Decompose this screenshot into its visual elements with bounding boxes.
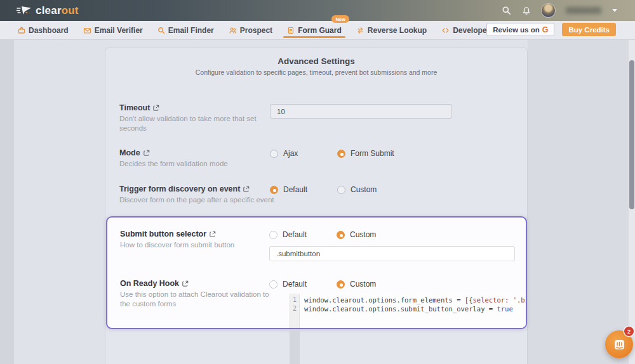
timeout-description: Don't allow validation to take more that… (119, 114, 279, 133)
page-title: Advanced Settings (105, 56, 527, 66)
buy-credits-label: Buy Credits (568, 26, 610, 34)
code-icon (441, 27, 450, 34)
nav-item-prospect[interactable]: Prospect (229, 21, 272, 39)
code-editor-gutter-continued (290, 330, 300, 364)
mode-description: Decides the form validation mode (119, 159, 279, 169)
radio-label: Ajax (283, 149, 298, 158)
nav-item-developer[interactable]: Developer (441, 21, 490, 39)
page-margin-left (0, 40, 14, 364)
app-header: clearout (0, 0, 635, 21)
radio-circle-checked[interactable] (337, 280, 345, 289)
code-line-numbers: 1 2 (289, 294, 300, 329)
nav-label: Email Verifier (95, 26, 143, 35)
radio-label: Default (283, 280, 307, 289)
radio-submit-custom[interactable]: Custom (337, 230, 376, 239)
g2-icon: G (542, 25, 549, 34)
timeout-label: Timeout (119, 103, 159, 112)
radio-circle[interactable] (337, 186, 345, 194)
highlighted-settings-group: Submit button selector How to discover f… (106, 216, 527, 329)
code-editor[interactable]: 1 2 window.clearout.options.form_element… (289, 294, 526, 329)
radio-label: Custom (350, 230, 376, 239)
code-line-2: window.clearout.options.submit_button_ov… (304, 304, 526, 313)
search-icon (157, 27, 165, 34)
review-us-button[interactable]: Review us on G (486, 23, 554, 36)
active-tab-underline (283, 36, 345, 38)
page-margin-right (528, 40, 629, 364)
nav-label: Email Finder (168, 26, 214, 35)
on-ready-hook-label: On Ready Hook (120, 279, 189, 288)
search-icon[interactable] (502, 6, 511, 15)
radio-mode-ajax[interactable]: Ajax (270, 149, 298, 158)
radio-submit-default[interactable]: Default (269, 230, 307, 239)
submit-selector-input[interactable] (269, 246, 515, 261)
nav-label: Prospect (240, 26, 272, 35)
radio-label: Default (283, 185, 307, 194)
radio-circle-checked[interactable] (337, 150, 345, 158)
nav-label: Developer (453, 26, 490, 35)
reverse-arrows-icon (356, 27, 364, 34)
external-link-icon[interactable] (144, 150, 150, 156)
nav-label: Dashboard (29, 26, 69, 35)
external-link-icon[interactable] (210, 231, 216, 237)
external-link-icon[interactable] (182, 280, 189, 287)
trigger-discovery-description: Discover form on the page after a specif… (119, 195, 279, 205)
trigger-discovery-label: Trigger form discovery on event (119, 185, 250, 193)
radio-circle[interactable] (269, 280, 277, 289)
radio-label: Form Submit (351, 149, 394, 158)
radio-trigger-custom[interactable]: Custom (337, 185, 377, 194)
buy-credits-button[interactable]: Buy Credits (562, 23, 616, 36)
brand-logo[interactable]: clearout (17, 4, 79, 17)
brand-name: clearout (36, 4, 79, 17)
page-subtitle: Configure validation to specific pages, … (105, 68, 527, 76)
radio-label: Custom (350, 280, 376, 289)
code-line-1: window.clearout.options.form_elements = … (304, 296, 526, 304)
envelope-icon (83, 27, 91, 34)
avatar[interactable] (542, 4, 555, 17)
bell-icon[interactable] (522, 6, 531, 15)
radio-ready-custom[interactable]: Custom (337, 280, 376, 289)
radio-label: Custom (351, 185, 377, 194)
chevron-down-icon[interactable] (612, 9, 617, 12)
radio-circle-checked[interactable] (270, 186, 278, 194)
mode-label: Mode (119, 148, 150, 157)
new-badge: New (331, 15, 349, 23)
user-name-redacted (566, 7, 601, 14)
radio-mode-form-submit[interactable]: Form Submit (337, 149, 394, 158)
nav-item-email-finder[interactable]: Email Finder (157, 21, 214, 39)
scrollbar-thumb[interactable] (629, 60, 634, 209)
radio-trigger-default[interactable]: Default (270, 185, 307, 194)
chat-unread-badge: 2 (624, 327, 634, 336)
nav-item-dashboard[interactable]: Dashboard (18, 21, 69, 39)
external-link-icon[interactable] (153, 105, 159, 111)
radio-circle[interactable] (269, 231, 277, 239)
external-link-icon[interactable] (243, 186, 250, 192)
nav-item-reverse-lookup[interactable]: Reverse Lookup (356, 21, 427, 39)
submit-selector-description: How to discover form submit button (120, 240, 280, 250)
briefcase-icon (18, 27, 25, 34)
timeout-input[interactable] (270, 104, 452, 119)
main-navbar: Dashboard Email Verifier Email Finder (0, 21, 635, 40)
radio-label: Default (283, 230, 307, 239)
review-us-label: Review us on (493, 26, 540, 34)
form-icon (287, 27, 295, 34)
nav-label: Form Guard (298, 26, 342, 35)
paper-plane-icon (17, 5, 32, 16)
radio-circle[interactable] (270, 150, 278, 158)
submit-selector-label: Submit button selector (120, 230, 216, 238)
chat-icon (613, 339, 625, 351)
code-content[interactable]: window.clearout.options.form_elements = … (300, 294, 526, 329)
nav-label: Reverse Lookup (368, 26, 427, 35)
nav-item-email-verifier[interactable]: Email Verifier (83, 21, 143, 39)
radio-circle-checked[interactable] (337, 231, 345, 239)
people-icon (229, 27, 237, 34)
advanced-settings-card: Advanced Settings Configure validation t… (105, 48, 528, 364)
radio-ready-default[interactable]: Default (269, 280, 307, 289)
on-ready-hook-description: Use this option to attach Clearout valid… (120, 290, 269, 309)
nav-item-form-guard[interactable]: New Form Guard (287, 21, 342, 39)
